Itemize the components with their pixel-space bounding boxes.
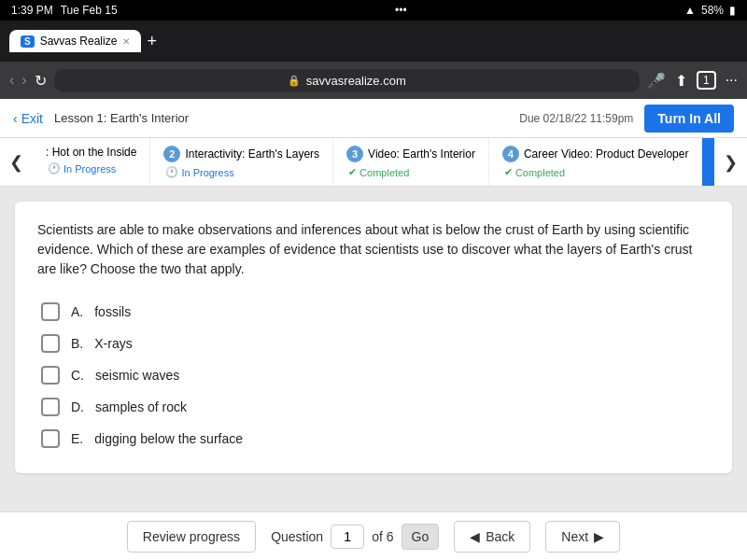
dots-icon: ••• [395,4,407,17]
tab2-status: 🕐 In Progress [163,166,319,178]
bottom-bar: Review progress Question of 6 Go ◀ Back … [0,511,747,560]
next-label: Next [561,529,588,544]
checkbox-c[interactable] [41,366,60,385]
question-number-input[interactable] [331,525,364,549]
nav-next-arrow[interactable]: ❯ [714,138,747,186]
option-a-letter: A. [71,304,83,319]
reload-button[interactable]: ↻ [35,72,47,90]
tab3-num: 3 [346,146,363,162]
clock-icon-2: 🕐 [165,166,178,178]
checkbox-a[interactable] [41,302,60,321]
nav-tab-5[interactable]: 5 Quiz: Earth's Interior Copy 1 🕐 In Pro… [702,138,714,186]
option-c-text: seismic waves [95,368,179,383]
battery-icon: ▮ [729,4,736,17]
tab3-status: ✔ Completed [346,166,475,178]
checkbox-d[interactable] [41,398,60,416]
browser-nav-bar: ‹ › ↻ 🔒 savvasrealize.com 🎤 ⬆ 1 ··· [0,62,747,99]
due-date: Due 02/18/22 11:59pm [519,112,633,125]
tab3-status-label: Completed [359,167,409,178]
check-icon-4: ✔ [504,166,513,178]
nav-tabs: ❮ : Hot on the Inside 🕐 In Progress 2 In… [0,138,747,187]
nav-prev-arrow[interactable]: ❮ [0,138,33,186]
next-button[interactable]: Next ▶ [545,521,620,553]
tab4-status: ✔ Completed [502,166,689,178]
status-bar: 1:39 PM Tue Feb 15 ••• ▲ 58% ▮ [0,0,747,21]
option-e[interactable]: E. digging below the surface [37,423,710,455]
nav-tab-2[interactable]: 2 Interactivity: Earth's Layers 🕐 In Pro… [150,138,333,186]
share-icon[interactable]: ⬆ [675,72,687,90]
nav-tabs-inner: : Hot on the Inside 🕐 In Progress 2 Inte… [33,138,714,186]
active-tab[interactable]: S Savvas Realize ✕ [9,30,141,52]
address-bar[interactable]: 🔒 savvasrealize.com [54,69,640,92]
back-label: Back [486,529,514,544]
tab4-num: 4 [502,146,519,162]
tab3-label: Video: Earth's Interior [368,147,475,161]
turn-in-button[interactable]: Turn In All [644,105,734,133]
question-card: Scientists are able to make observations… [15,202,732,473]
option-e-letter: E. [71,431,83,446]
wifi-icon: ▲ [684,4,696,17]
question-text: Scientists are able to make observations… [37,220,710,279]
review-progress-button[interactable]: Review progress [127,521,256,553]
microphone-icon[interactable]: 🎤 [647,72,666,90]
option-d-text: samples of rock [95,399,187,414]
tab4-status-label: Completed [515,167,565,178]
battery-level: 58% [701,4,724,17]
lesson-title: Lesson 1: Earth's Interior [54,111,189,125]
exit-button[interactable]: ‹ Exit [13,111,43,126]
back-browser-button[interactable]: ‹ [9,72,14,89]
option-b[interactable]: B. X-rays [37,328,710,359]
option-c-letter: C. [71,368,84,383]
browser-tab-bar: S Savvas Realize ✕ + [0,21,747,62]
back-arrow-icon: ◀ [470,529,480,544]
checkbox-b[interactable] [41,334,60,353]
of-label: of 6 [372,529,393,544]
tab2-num: 2 [163,146,180,162]
new-tab-button[interactable]: + [147,32,157,51]
option-d-letter: D. [71,399,84,414]
app-header: ‹ Exit Lesson 1: Earth's Interior Due 02… [0,99,747,138]
option-a-text: fossils [94,304,131,319]
tab-title: Savvas Realize [40,35,118,48]
tab1-status: 🕐 In Progress [46,162,136,175]
tab2-status-label: In Progress [181,167,233,178]
nav-tab-4[interactable]: 4 Career Video: Product Developer ✔ Comp… [489,138,703,186]
chevron-left-icon: ‹ [13,111,18,126]
question-label: Question [271,529,323,544]
main-content: Scientists are able to make observations… [0,187,747,511]
tab4-label: Career Video: Product Developer [524,147,689,161]
option-a[interactable]: A. fossils [37,296,710,328]
option-d[interactable]: D. samples of rock [37,391,710,423]
nav-tab-1[interactable]: : Hot on the Inside 🕐 In Progress [33,138,150,186]
status-date: Tue Feb 15 [61,4,118,17]
nav-tab-3[interactable]: 3 Video: Earth's Interior ✔ Completed [333,138,489,186]
url-display: savvasrealize.com [306,74,406,88]
tab-favicon: S [21,35,35,48]
tabs-button[interactable]: 1 [697,71,716,90]
tab1-label: : Hot on the Inside [46,146,136,159]
go-button[interactable]: Go [402,524,440,550]
option-e-text: digging below the surface [94,431,243,446]
status-time: 1:39 PM [11,4,53,17]
lock-icon: 🔒 [288,75,301,87]
back-button[interactable]: ◀ Back [454,521,530,553]
tab2-label: Interactivity: Earth's Layers [185,147,319,161]
check-icon-3: ✔ [348,166,357,178]
more-options-icon[interactable]: ··· [726,72,738,89]
tab-close-icon[interactable]: ✕ [122,36,130,47]
checkbox-e[interactable] [41,429,60,448]
clock-icon-1: 🕐 [48,162,61,175]
question-nav: Question of 6 Go [271,524,439,550]
tab1-status-label: In Progress [63,163,116,175]
option-b-letter: B. [71,336,83,351]
next-arrow-icon: ▶ [594,529,604,544]
exit-label: Exit [21,111,43,126]
forward-browser-button[interactable]: › [21,72,26,89]
option-b-text: X-rays [94,336,132,351]
option-c[interactable]: C. seismic waves [37,359,710,391]
